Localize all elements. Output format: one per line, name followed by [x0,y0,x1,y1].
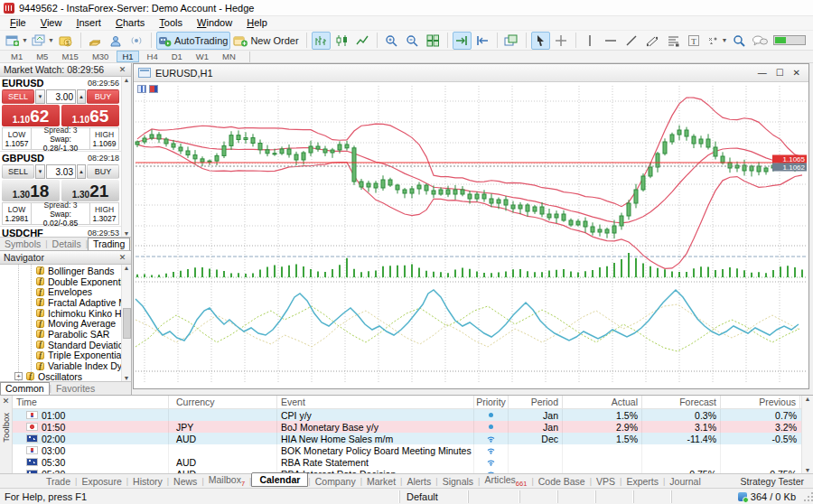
column-header-period[interactable]: Period [509,396,563,408]
navigator-item-standard-deviation[interactable]: fStandard Deviation [0,340,121,350]
resize-grip[interactable] [802,490,813,503]
vertical-line-icon[interactable] [581,32,600,50]
navigator-item-double-exponential[interactable]: fDouble Exponential [0,276,121,287]
menu-tools[interactable]: Tools [152,16,190,30]
column-header-previous[interactable]: Previous [721,396,800,408]
tab-favorites[interactable]: Favorites [51,383,99,395]
symbol-block-eurusd[interactable]: EURUSD08:29:56SELL▼3.00▲BUY1.10621.1065L… [0,77,121,152]
trendline-icon[interactable] [622,32,641,50]
navigator-item-moving-average[interactable]: fMoving Average [0,318,121,329]
navigator-item-envelopes[interactable]: fEnvelopes [0,286,121,297]
sell-button[interactable]: SELL [2,89,34,104]
toolbox-tab-experts[interactable]: Experts [621,476,663,487]
auto-scroll-icon[interactable] [453,32,472,50]
navigator-item-bollinger-bands[interactable]: fBollinger Bands [0,266,121,276]
timeframe-m1[interactable]: M1 [5,51,28,62]
calendar-row[interactable]: 02:00AUDHIA New Home Sales m/mDec1.5%-11… [13,433,801,444]
bar-chart-icon[interactable] [312,32,331,50]
toolbox-tab-calendar[interactable]: Calendar [251,472,308,487]
toolbox-tab-exposure[interactable]: Exposure [77,476,126,487]
toolbox-tab-company[interactable]: Company [311,476,360,487]
column-header-forecast[interactable]: Forecast [642,396,721,408]
new-order-button[interactable]: New Order [232,32,301,50]
navigator-scrollbar[interactable]: ▲▼ [121,265,131,381]
scroll-down-icon[interactable]: ▼ [805,467,811,473]
toolbox-tab-alerts[interactable]: Alerts [402,476,435,487]
chart-shift-icon[interactable] [473,32,492,50]
scroll-up-icon[interactable]: ▲ [124,77,130,83]
maximize-icon[interactable]: ☐ [776,68,784,78]
timeframe-m15[interactable]: M15 [56,51,83,62]
navigator-item-oscillators[interactable]: +fOscillators [0,371,121,381]
profiles-button[interactable]: ▼ [31,32,55,50]
scrollbar-thumb[interactable] [123,308,131,339]
bid-price[interactable]: 1.1062 [2,105,60,126]
one-click-trading-icon[interactable] [149,85,158,93]
timeframe-mn[interactable]: MN [217,51,241,62]
timeframe-w1[interactable]: W1 [191,51,214,62]
minimize-icon[interactable]: — [758,68,767,78]
navigator-item-variable-index-dyna[interactable]: fVariable Index Dyna [0,360,121,371]
menu-insert[interactable]: Insert [69,16,108,30]
arrows-icon[interactable]: ▼ [706,32,729,50]
navigator-item-fractal-adaptive-mo[interactable]: fFractal Adaptive Mo [0,297,121,308]
navigator-header[interactable]: Navigator ✕ [0,251,131,265]
timeframe-h1[interactable]: H1 [117,51,138,62]
navigator-item-triple-exponential-m[interactable]: fTriple Exponential M [0,350,121,361]
calendar-row[interactable]: 03:00BOK Monetary Policy Board Meeting M… [13,444,801,456]
menu-help[interactable]: Help [239,16,275,30]
menu-window[interactable]: Window [190,16,239,30]
toolbox-tab-news[interactable]: News [169,476,201,487]
tab-details[interactable]: Details [48,238,86,250]
toolbox-tab-history[interactable]: History [128,476,167,487]
volume-input[interactable]: 3.03 [46,164,76,179]
chat-icon[interactable] [752,34,768,47]
zoom-in-icon[interactable] [382,32,401,50]
volume-step-up[interactable]: ▲ [77,164,86,179]
market-watch-scrollbar[interactable]: ▲▼ [121,77,131,237]
history-center-button[interactable]: $ [57,32,76,50]
toolbox-tab-signals[interactable]: Signals [438,476,478,487]
timeframe-h4[interactable]: H4 [142,51,164,62]
chart-window-titlebar[interactable]: EURUSD,H1 — ☐ ✕ [134,64,808,82]
timeframe-m5[interactable]: M5 [31,51,53,62]
menu-file[interactable]: File [3,16,33,30]
buy-button[interactable]: BUY [87,164,119,179]
timeframe-m30[interactable]: M30 [87,51,114,62]
calendar-row[interactable]: 01:00CPI y/yJan1.5%0.3%0.7% [13,409,801,421]
strategy-tester-tab[interactable]: Strategy Tester [741,476,804,487]
market-watch-header[interactable]: Market Watch: 08:29:56 ✕ [0,63,131,77]
zoom-out-icon[interactable] [403,32,422,50]
status-profile[interactable]: Default [399,490,468,503]
column-header-event[interactable]: Event [277,396,474,408]
community-button[interactable] [107,32,126,50]
candlestick-icon[interactable] [332,32,351,50]
scroll-down-icon[interactable]: ▼ [124,375,130,381]
scroll-down-icon[interactable]: ▼ [124,230,130,237]
webinar-icon[interactable] [127,32,146,50]
autotrading-button[interactable]: AutoTrading [156,32,231,50]
navigator-item-parabolic-sar[interactable]: fParabolic SAR [0,329,121,340]
symbol-block-gbpusd[interactable]: GBPUSD08:29:18SELL▼3.03▲BUY1.30181.3021L… [0,152,121,227]
toolbox-tab-articles[interactable]: Articles661 [480,474,531,488]
search-icon[interactable] [733,34,746,47]
sell-button[interactable]: SELL [2,164,34,179]
text-icon[interactable]: T [685,32,704,50]
ask-price[interactable]: 1.1065 [61,105,119,126]
chart-canvas[interactable]: 1.10651.1062 [134,82,808,388]
tile-windows-icon[interactable] [424,32,443,50]
tab-common[interactable]: Common [0,382,50,396]
volume-input[interactable]: 3.00 [46,89,76,104]
channel-icon[interactable] [643,32,662,50]
crosshair-icon[interactable] [552,32,571,50]
menu-view[interactable]: View [33,16,70,30]
horizontal-line-icon[interactable] [602,32,621,50]
fibonacci-icon[interactable] [664,32,683,50]
depth-of-market-icon[interactable] [137,85,146,93]
cursor-icon[interactable] [531,32,550,50]
toolbox-tab-trade[interactable]: Trade [42,476,75,487]
column-header-currency[interactable]: Currency [169,396,277,408]
timeframe-d1[interactable]: D1 [166,51,188,62]
volume-dropdown[interactable]: ▼ [35,164,45,179]
column-header-priority[interactable]: Priority [474,396,509,408]
